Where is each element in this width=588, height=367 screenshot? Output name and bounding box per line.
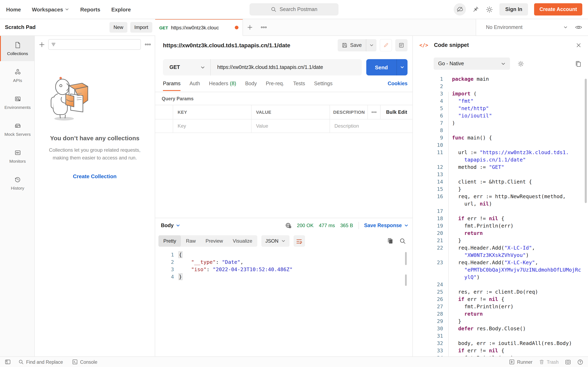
params-more-options-button[interactable] [367,105,380,119]
nav-workspaces[interactable]: Workspaces [32,6,69,12]
find-and-replace-button[interactable]: Find and Replace [18,359,63,365]
status-bar: Find and Replace Console Runner Trash [0,356,588,367]
wrap-text-button[interactable] [294,235,305,247]
response-scrollbar-thumb[interactable] [405,275,407,286]
snippet-scrollbar-thumb[interactable] [585,79,587,203]
nav-explore[interactable]: Explore [111,6,131,12]
filter-collections-input[interactable] [48,39,141,50]
rename-request-button[interactable] [380,39,392,51]
environment-quick-look-button[interactable] [575,24,582,30]
view-raw[interactable]: Raw [181,235,201,247]
response-view-switcher: PrettyRawPreviewVisualize [158,235,257,247]
gear-icon[interactable] [486,6,493,13]
sidebar-item-collections[interactable]: Collections [0,36,34,61]
response-body-viewer[interactable]: 1{2 "__type": "Date",3 "iso": "2022-04-2… [155,251,412,281]
import-button[interactable]: Import [130,22,152,33]
snippet-line: 26 if err != nil { [413,296,588,303]
tab-prereq[interactable]: Pre-req. [266,75,284,92]
response-line: 4} [155,273,412,281]
satellite-icon[interactable] [472,6,480,13]
line-content [445,332,452,340]
line-content: defer res.Body.Close() [445,325,526,332]
save-response-button[interactable]: Save Response [364,223,408,228]
trash-button[interactable]: Trash [539,359,559,365]
response-scrollbar-thumb[interactable] [405,252,407,265]
sidebar-item-history[interactable]: History [0,170,34,196]
sidebar-item-label: History [11,185,24,190]
runner-button[interactable]: Runner [509,359,532,365]
new-button[interactable]: New [109,22,127,33]
chevron-down-icon [501,61,506,66]
bulk-edit-button[interactable]: Bulk Edit [380,105,413,119]
response-time: 477 ms [319,223,335,228]
snippet-line: 21 } [413,237,588,244]
toggle-sidebar-icon[interactable] [5,359,11,365]
send-options-button[interactable] [397,59,407,75]
response-body-selector[interactable]: Body [161,223,180,228]
comments-button[interactable] [395,39,407,51]
snippet-line: 15 } [413,185,588,193]
copy-code-icon[interactable] [575,60,581,67]
snippet-line: 25 res, err := client.Do(req) [413,288,588,296]
search-response-icon[interactable] [399,238,406,244]
sign-in-button[interactable]: Sign In [500,3,528,16]
sidebar-more-options-icon[interactable] [144,42,151,47]
close-icon[interactable] [576,42,581,48]
tab-settings[interactable]: Settings [314,75,332,92]
send-button[interactable]: Send [366,59,407,75]
line-content: "fmt" [445,98,474,105]
create-account-button[interactable]: Create Account [534,3,582,16]
save-options-button[interactable] [366,39,376,51]
filter-collections-field[interactable] [58,41,138,48]
snippet-line: 1package main [413,75,588,83]
response-line: 2 "__type": "Date", [155,259,412,266]
console-button[interactable]: Console [72,359,97,365]
method-selector[interactable]: GET [163,59,210,75]
empty-state-description: Collections let you group related reques… [43,146,146,162]
tab-auth[interactable]: Auth [190,75,200,92]
snippet-settings-icon[interactable] [517,60,524,67]
global-search[interactable]: Search Postman [250,3,338,16]
offline-status-button[interactable] [454,3,466,16]
tab-options-button[interactable] [257,19,271,35]
environment-selector[interactable]: No Environment [486,24,563,30]
sidebar-item-apis[interactable]: APIs [0,63,34,88]
param-value-input[interactable] [251,123,329,129]
line-content: req, err := http.NewRequest(method, [445,193,566,200]
cookies-link[interactable]: Cookies [388,81,407,86]
nav-explore-label: Explore [111,6,131,12]
network-globe-icon[interactable] [285,222,292,229]
new-tab-button[interactable] [243,19,257,35]
nav-home[interactable]: Home [6,6,21,12]
add-collection-icon[interactable] [39,42,45,48]
url-input[interactable] [216,64,362,71]
response-format-selector[interactable]: JSON [261,235,290,247]
sidebar-item-monitors[interactable]: Monitors [0,143,34,169]
view-preview[interactable]: Preview [201,235,228,247]
help-icon[interactable] [577,359,583,365]
tab-headers[interactable]: Headers(8) [209,75,236,92]
tab-params[interactable]: Params [163,75,181,92]
snippet-line: 13 [413,171,588,178]
line-content: req.Header.Add("X-LC-Id", [445,244,535,252]
param-description-input[interactable] [330,123,413,129]
copy-response-icon[interactable] [387,238,393,244]
language-selector[interactable]: Go - Native [434,58,510,70]
request-tab[interactable]: GET https://xw0ntz3k.clouc [155,19,243,36]
save-button[interactable]: Save [337,39,376,51]
sidebar-item-mock-servers[interactable]: Mock Servers [0,117,34,142]
view-visualize[interactable]: Visualize [228,235,257,247]
chevron-down-icon[interactable] [563,25,568,30]
sidebar-item-environments[interactable]: Environments [0,90,34,115]
tab-tests[interactable]: Tests [293,75,305,92]
snippet-line: 2 [413,83,588,90]
tab-label: Pre-req. [266,81,284,86]
param-key-input[interactable] [173,123,251,129]
code-snippet-body[interactable]: 1package main23import (4 "fmt"5 "net/htt… [413,75,588,356]
nav-reports[interactable]: Reports [80,6,100,12]
line-content: fmt.Println(err) [445,303,513,310]
create-collection-link[interactable]: Create Collection [73,174,117,180]
view-pretty[interactable]: Pretty [158,235,181,247]
panel-layout-icon[interactable] [565,359,571,364]
tab-body[interactable]: Body [245,75,257,92]
